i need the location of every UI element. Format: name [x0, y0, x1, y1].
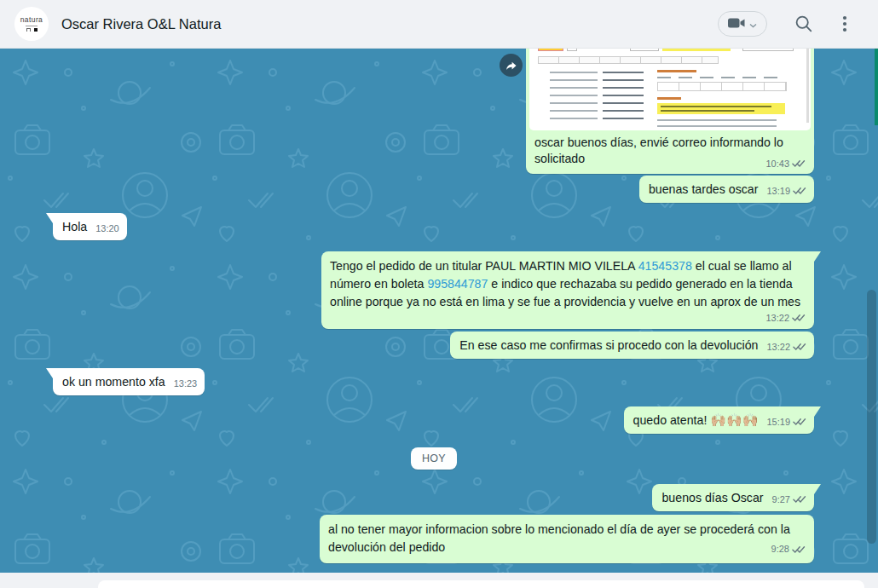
timestamp: 9:27	[772, 493, 790, 505]
message-meta: 13:23	[174, 378, 198, 389]
search-button[interactable]	[788, 8, 820, 40]
kebab-menu-icon	[842, 15, 847, 32]
scrollbar-thumb-accent[interactable]	[875, 49, 878, 125]
timestamp: 10:43	[765, 159, 789, 169]
double-check-icon	[793, 495, 806, 504]
timestamp: 9:28	[771, 540, 789, 558]
message-text: ok un momento xfa	[62, 374, 165, 389]
avatar-logo-line	[26, 26, 38, 26]
forward-button[interactable]	[500, 54, 523, 77]
message-outgoing[interactable]: buenos días Oscar 9:27	[652, 484, 814, 511]
message-text: buenos días Oscar	[661, 490, 763, 505]
double-check-icon	[793, 343, 806, 351]
message-text: En ese caso me confirmas si procedo con …	[459, 337, 758, 353]
overlay-scrollbar-thumb[interactable]	[867, 290, 876, 544]
phone-number-link[interactable]: 995844787	[427, 277, 488, 291]
message-meta: 13:20	[95, 222, 119, 234]
composer-bar	[0, 573, 878, 588]
menu-button[interactable]	[829, 8, 861, 40]
message-outgoing[interactable]: Tengo el pedido de un titular PAUL MARTI…	[321, 251, 814, 329]
chat-header: natura Oscar Rivera O&L Natura	[0, 0, 878, 49]
header-actions	[718, 8, 861, 40]
message-meta: 10:43	[765, 159, 806, 169]
message-incoming[interactable]: ok un momento xfa 13:23	[53, 368, 205, 395]
timestamp: 13:23	[174, 378, 198, 389]
phone-number-link[interactable]: 41545378	[638, 259, 692, 273]
message-input[interactable]	[98, 580, 864, 588]
message-text: Tengo el pedido de un titular PAUL MARTI…	[330, 259, 638, 273]
chevron-down-icon	[749, 18, 757, 31]
timestamp: 15:19	[766, 416, 790, 428]
message-meta: 13:19	[766, 185, 806, 197]
timestamp: 13:20	[95, 222, 119, 234]
timestamp: 13:22	[765, 312, 789, 324]
message-outgoing-image[interactable]: oscar buenos días, envié correo informan…	[526, 49, 814, 174]
message-text: buenas tardes oscar	[649, 182, 759, 197]
message-meta: 9:28	[771, 540, 806, 558]
avatar-brand-text: natura	[20, 16, 43, 24]
timestamp: 13:22	[766, 341, 790, 353]
double-check-icon	[792, 159, 806, 168]
chat-panel: oscar buenos días, envié correo informan…	[0, 49, 878, 573]
message-outgoing[interactable]: quedo atenta! 🙌🏼🙌🏼🙌🏼 15:19	[624, 406, 814, 434]
double-check-icon	[792, 545, 806, 554]
contact-name[interactable]: Oscar Rivera O&L Natura	[61, 16, 718, 32]
message-outgoing[interactable]: al no tener mayor informacion sobre lo m…	[320, 515, 814, 563]
avatar-logo-marks	[26, 28, 38, 32]
contact-avatar[interactable]: natura	[14, 7, 49, 41]
video-call-button[interactable]	[718, 11, 767, 37]
timestamp: 13:19	[766, 185, 790, 197]
video-camera-icon	[728, 17, 746, 32]
forward-arrow-icon	[505, 60, 517, 72]
search-icon	[794, 14, 813, 33]
message-outgoing[interactable]: buenas tardes oscar 13:19	[639, 176, 814, 203]
message-meta: 9:27	[772, 493, 806, 505]
double-check-icon	[793, 187, 806, 195]
double-check-icon	[792, 314, 806, 322]
message-outgoing[interactable]: En ese caso me confirmas si procedo con …	[450, 331, 814, 359]
message-meta: 13:22	[766, 341, 806, 353]
message-text: quedo atenta! 🙌🏼🙌🏼🙌🏼	[633, 412, 759, 428]
raising-hands-emoji: 🙌🏼🙌🏼🙌🏼	[710, 412, 758, 427]
message-meta: 13:22	[330, 312, 806, 324]
date-divider: HOY	[411, 447, 457, 470]
message-meta: 15:19	[766, 416, 806, 428]
attached-image[interactable]	[529, 49, 811, 130]
message-text: al no tener mayor informacion sobre lo m…	[328, 522, 790, 554]
double-check-icon	[793, 418, 806, 426]
message-text: Hola	[62, 219, 87, 234]
message-text: oscar buenos días, envié correo informan…	[534, 135, 783, 165]
message-incoming[interactable]: Hola 13:20	[53, 213, 127, 240]
